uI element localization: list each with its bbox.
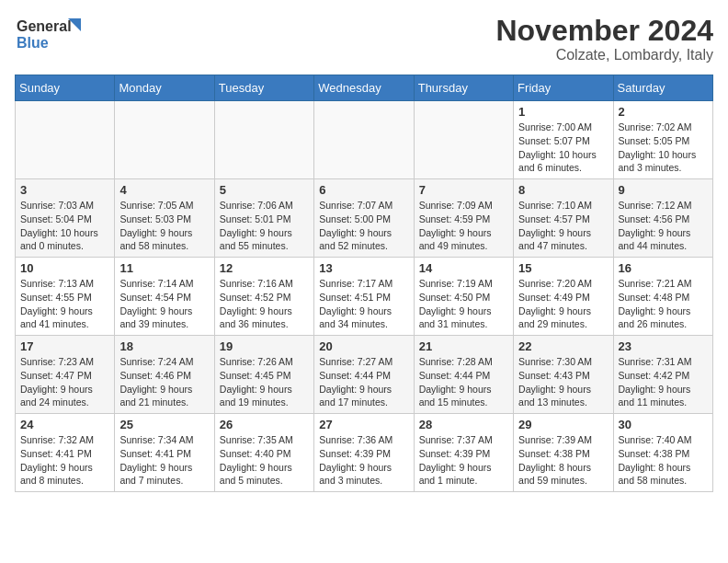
day-number: 27 — [319, 418, 408, 431]
week-row-5: 24Sunrise: 7:32 AM Sunset: 4:41 PM Dayli… — [16, 414, 713, 492]
day-number: 5 — [220, 183, 309, 197]
day-cell: 22Sunrise: 7:30 AM Sunset: 4:43 PM Dayli… — [514, 336, 613, 414]
day-number: 6 — [319, 183, 408, 197]
day-cell: 7Sunrise: 7:09 AM Sunset: 4:59 PM Daylig… — [414, 179, 513, 258]
header-row: SundayMondayTuesdayWednesdayThursdayFrid… — [16, 75, 713, 101]
day-info: Sunrise: 7:09 AM Sunset: 4:59 PM Dayligh… — [419, 199, 508, 253]
day-cell: 30Sunrise: 7:40 AM Sunset: 4:38 PM Dayli… — [613, 414, 712, 492]
day-cell — [414, 101, 513, 179]
logo-icon: GeneralBlue — [15, 15, 88, 52]
day-cell: 18Sunrise: 7:24 AM Sunset: 4:46 PM Dayli… — [115, 336, 214, 414]
day-number: 22 — [518, 339, 608, 353]
day-info: Sunrise: 7:19 AM Sunset: 4:50 PM Dayligh… — [419, 277, 508, 331]
day-number: 4 — [119, 183, 209, 197]
svg-text:Blue: Blue — [17, 35, 49, 51]
day-number: 19 — [220, 339, 309, 353]
day-info: Sunrise: 7:32 AM Sunset: 4:41 PM Dayligh… — [20, 433, 109, 488]
day-info: Sunrise: 7:28 AM Sunset: 4:44 PM Dayligh… — [419, 355, 508, 409]
day-info: Sunrise: 7:14 AM Sunset: 4:54 PM Dayligh… — [119, 277, 209, 331]
day-cell: 1Sunrise: 7:00 AM Sunset: 5:07 PM Daylig… — [514, 101, 613, 179]
day-cell — [115, 101, 214, 179]
day-cell: 26Sunrise: 7:35 AM Sunset: 4:40 PM Dayli… — [214, 414, 313, 492]
day-cell: 10Sunrise: 7:13 AM Sunset: 4:55 PM Dayli… — [16, 258, 115, 336]
day-info: Sunrise: 7:37 AM Sunset: 4:39 PM Dayligh… — [419, 433, 508, 488]
day-info: Sunrise: 7:00 AM Sunset: 5:07 PM Dayligh… — [518, 121, 608, 175]
day-info: Sunrise: 7:17 AM Sunset: 4:51 PM Dayligh… — [319, 277, 408, 331]
day-number: 15 — [518, 261, 608, 275]
day-info: Sunrise: 7:34 AM Sunset: 4:41 PM Dayligh… — [119, 433, 209, 488]
day-number: 3 — [20, 183, 109, 197]
day-number: 10 — [20, 261, 109, 275]
day-number: 20 — [319, 339, 408, 353]
day-info: Sunrise: 7:07 AM Sunset: 5:00 PM Dayligh… — [319, 199, 408, 253]
day-cell: 15Sunrise: 7:20 AM Sunset: 4:49 PM Dayli… — [514, 258, 613, 336]
day-number: 30 — [619, 418, 708, 431]
day-number: 9 — [619, 183, 708, 197]
day-cell: 12Sunrise: 7:16 AM Sunset: 4:52 PM Dayli… — [214, 258, 313, 336]
day-cell: 23Sunrise: 7:31 AM Sunset: 4:42 PM Dayli… — [613, 336, 712, 414]
day-number: 18 — [119, 339, 209, 353]
day-info: Sunrise: 7:27 AM Sunset: 4:44 PM Dayligh… — [319, 355, 408, 409]
day-cell: 8Sunrise: 7:10 AM Sunset: 4:57 PM Daylig… — [514, 179, 613, 258]
day-cell: 28Sunrise: 7:37 AM Sunset: 4:39 PM Dayli… — [414, 414, 513, 492]
day-cell: 13Sunrise: 7:17 AM Sunset: 4:51 PM Dayli… — [314, 258, 414, 336]
day-info: Sunrise: 7:35 AM Sunset: 4:40 PM Dayligh… — [220, 433, 309, 488]
day-cell — [16, 101, 115, 179]
header-monday: Monday — [115, 75, 214, 101]
page-header: GeneralBlue November 2024 Colzate, Lomba… — [15, 15, 713, 63]
day-info: Sunrise: 7:31 AM Sunset: 4:42 PM Dayligh… — [619, 355, 708, 409]
day-number: 11 — [119, 261, 209, 275]
day-info: Sunrise: 7:12 AM Sunset: 4:56 PM Dayligh… — [619, 199, 708, 253]
svg-text:General: General — [17, 18, 72, 34]
day-number: 24 — [20, 418, 109, 431]
header-thursday: Thursday — [414, 75, 513, 101]
day-info: Sunrise: 7:21 AM Sunset: 4:48 PM Dayligh… — [619, 277, 708, 331]
day-number: 8 — [518, 183, 608, 197]
day-info: Sunrise: 7:40 AM Sunset: 4:38 PM Dayligh… — [619, 433, 708, 488]
day-info: Sunrise: 7:16 AM Sunset: 4:52 PM Dayligh… — [220, 277, 309, 331]
day-cell: 2Sunrise: 7:02 AM Sunset: 5:05 PM Daylig… — [613, 101, 712, 179]
day-number: 25 — [119, 418, 209, 431]
day-info: Sunrise: 7:26 AM Sunset: 4:45 PM Dayligh… — [220, 355, 309, 409]
day-number: 28 — [419, 418, 508, 431]
day-info: Sunrise: 7:39 AM Sunset: 4:38 PM Dayligh… — [518, 433, 608, 488]
week-row-3: 10Sunrise: 7:13 AM Sunset: 4:55 PM Dayli… — [16, 258, 713, 336]
calendar-table: SundayMondayTuesdayWednesdayThursdayFrid… — [15, 75, 713, 492]
month-title: November 2024 — [495, 15, 713, 47]
day-number: 29 — [518, 418, 608, 431]
day-info: Sunrise: 7:24 AM Sunset: 4:46 PM Dayligh… — [119, 355, 209, 409]
header-friday: Friday — [514, 75, 613, 101]
day-number: 2 — [619, 105, 708, 119]
day-number: 16 — [619, 261, 708, 275]
day-number: 13 — [319, 261, 408, 275]
header-wednesday: Wednesday — [314, 75, 414, 101]
day-number: 26 — [220, 418, 309, 431]
week-row-2: 3Sunrise: 7:03 AM Sunset: 5:04 PM Daylig… — [16, 179, 713, 258]
day-cell: 29Sunrise: 7:39 AM Sunset: 4:38 PM Dayli… — [514, 414, 613, 492]
location: Colzate, Lombardy, Italy — [495, 47, 713, 63]
day-cell: 9Sunrise: 7:12 AM Sunset: 4:56 PM Daylig… — [613, 179, 712, 258]
day-cell — [314, 101, 414, 179]
logo: GeneralBlue — [15, 15, 88, 52]
day-info: Sunrise: 7:10 AM Sunset: 4:57 PM Dayligh… — [518, 199, 608, 253]
day-cell: 6Sunrise: 7:07 AM Sunset: 5:00 PM Daylig… — [314, 179, 414, 258]
day-number: 12 — [220, 261, 309, 275]
day-number: 1 — [518, 105, 608, 119]
day-cell: 20Sunrise: 7:27 AM Sunset: 4:44 PM Dayli… — [314, 336, 414, 414]
day-cell: 19Sunrise: 7:26 AM Sunset: 4:45 PM Dayli… — [214, 336, 313, 414]
day-info: Sunrise: 7:13 AM Sunset: 4:55 PM Dayligh… — [20, 277, 109, 331]
day-info: Sunrise: 7:05 AM Sunset: 5:03 PM Dayligh… — [119, 199, 209, 253]
day-info: Sunrise: 7:36 AM Sunset: 4:39 PM Dayligh… — [319, 433, 408, 488]
day-cell: 17Sunrise: 7:23 AM Sunset: 4:47 PM Dayli… — [16, 336, 115, 414]
day-info: Sunrise: 7:06 AM Sunset: 5:01 PM Dayligh… — [220, 199, 309, 253]
day-cell: 11Sunrise: 7:14 AM Sunset: 4:54 PM Dayli… — [115, 258, 214, 336]
day-number: 21 — [419, 339, 508, 353]
day-info: Sunrise: 7:23 AM Sunset: 4:47 PM Dayligh… — [20, 355, 109, 409]
header-sunday: Sunday — [16, 75, 115, 101]
day-cell: 27Sunrise: 7:36 AM Sunset: 4:39 PM Dayli… — [314, 414, 414, 492]
day-cell: 3Sunrise: 7:03 AM Sunset: 5:04 PM Daylig… — [16, 179, 115, 258]
day-cell: 25Sunrise: 7:34 AM Sunset: 4:41 PM Dayli… — [115, 414, 214, 492]
day-number: 17 — [20, 339, 109, 353]
day-cell — [214, 101, 313, 179]
day-cell: 14Sunrise: 7:19 AM Sunset: 4:50 PM Dayli… — [414, 258, 513, 336]
